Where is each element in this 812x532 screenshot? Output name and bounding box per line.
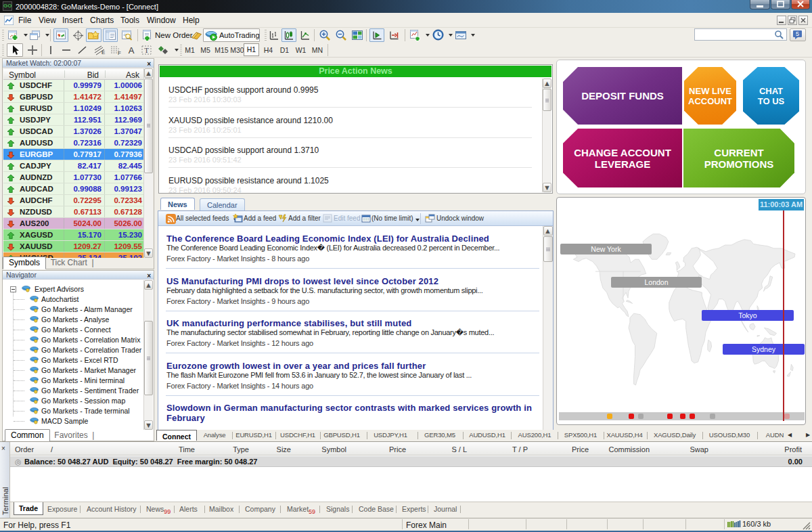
svg-text:F: F [118, 50, 121, 56]
svg-text:5: 5 [796, 30, 799, 37]
svg-text:E: E [102, 49, 105, 56]
svg-text:T: T [144, 46, 149, 54]
